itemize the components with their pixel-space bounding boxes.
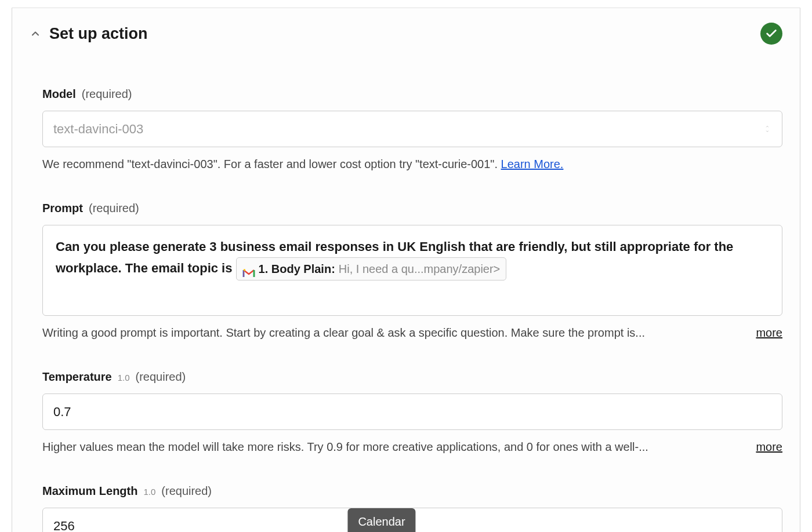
prompt-input[interactable]: Can you please generate 3 business email… [42,225,782,316]
section-title: Set up action [49,22,760,46]
prompt-label: Prompt [42,199,83,217]
max-length-label: Maximum Length [42,482,137,500]
prompt-required: (required) [89,199,139,217]
model-select-value: text-davinci-003 [53,119,143,139]
temperature-required: (required) [136,368,186,385]
temperature-more-link[interactable]: more [756,438,782,456]
prompt-help-text: Writing a good prompt is important. Star… [42,324,738,341]
prompt-variable-tag[interactable]: 1. Body Plain: Hi, I need a qu...mpany/z… [236,257,507,280]
tag-field-preview: Hi, I need a qu...mpany/zapier> [339,259,501,279]
temperature-label: Temperature [42,368,112,385]
temperature-help-text: Higher values mean the model will take m… [42,438,738,456]
collapse-chevron-icon[interactable] [30,28,41,39]
model-required: (required) [82,85,132,103]
model-help-text: We recommend "text-davinci-003". For a f… [42,155,782,173]
select-sort-icon [763,125,771,133]
model-learn-more-link[interactable]: Learn More. [501,158,564,170]
status-complete-icon [760,23,782,45]
temperature-version: 1.0 [118,371,130,385]
gmail-icon [242,264,255,274]
model-select[interactable]: text-davinci-003 [42,111,782,147]
model-label: Model [42,85,76,103]
prompt-more-link[interactable]: more [756,324,782,341]
temperature-input[interactable]: 0.7 [42,393,782,430]
max-length-required: (required) [161,482,212,500]
tag-field-label: 1. Body Plain: [259,259,335,279]
calendar-tooltip: Calendar [347,508,415,532]
max-length-version: 1.0 [143,486,155,499]
